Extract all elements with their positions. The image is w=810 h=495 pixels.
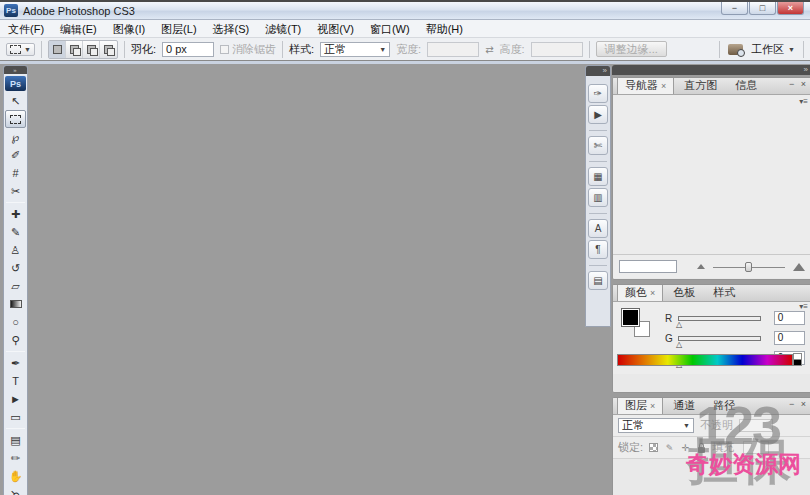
tab-layers[interactable]: 图层× bbox=[617, 397, 663, 414]
title-bar[interactable]: Ps Adobe Photoshop CS3 − □ × bbox=[0, 2, 810, 20]
brushes-panel-icon[interactable]: ✑ bbox=[588, 84, 608, 103]
history-brush-tool[interactable]: ↺ bbox=[5, 259, 26, 277]
height-input[interactable] bbox=[531, 42, 583, 57]
antialias-checkbox[interactable] bbox=[220, 45, 229, 54]
actions-panel-icon[interactable]: ▥ bbox=[588, 188, 608, 207]
menu-view[interactable]: 视图(V) bbox=[309, 20, 362, 38]
dodge-tool[interactable]: ⚲ bbox=[5, 331, 26, 349]
channel-value-input[interactable]: 0 bbox=[774, 311, 805, 325]
zoom-slider-thumb[interactable] bbox=[745, 262, 752, 272]
refine-edge-button[interactable]: 调整边缘... bbox=[596, 41, 667, 57]
menu-select[interactable]: 选择(S) bbox=[205, 20, 258, 38]
animation-panel-icon[interactable]: ▦ bbox=[588, 167, 608, 186]
styles-panel-icon[interactable]: ✄ bbox=[588, 136, 608, 155]
color-spectrum-ramp[interactable] bbox=[617, 354, 793, 366]
tool-icon: ► bbox=[10, 393, 21, 405]
feather-input[interactable]: 0 px bbox=[162, 42, 214, 57]
menu-window[interactable]: 窗口(W) bbox=[362, 20, 418, 38]
window-title: Adobe Photoshop CS3 bbox=[23, 5, 135, 17]
eraser-tool[interactable]: ▱ bbox=[5, 277, 26, 295]
menu-help[interactable]: 帮助(H) bbox=[418, 20, 471, 38]
move-tool[interactable]: ↖ bbox=[5, 92, 26, 110]
opacity-input[interactable] bbox=[739, 419, 773, 432]
panel-window-controls[interactable]: − × bbox=[789, 79, 808, 89]
rectangle-tool[interactable]: ▭ bbox=[5, 408, 26, 426]
tab-paths[interactable]: 路径 bbox=[705, 397, 743, 414]
chevron-down-icon: ▼ bbox=[379, 46, 386, 53]
dock-collapse-header[interactable]: » bbox=[612, 65, 810, 75]
tab-close-icon[interactable]: × bbox=[650, 401, 655, 411]
channel-value-input[interactable]: 0 bbox=[774, 331, 805, 345]
swap-dimensions-icon[interactable]: ⇄ bbox=[485, 44, 493, 55]
minimize-button[interactable]: − bbox=[721, 2, 748, 15]
toolbar-collapse-header[interactable]: » bbox=[4, 66, 27, 74]
menu-filter[interactable]: 滤镜(T) bbox=[257, 20, 309, 38]
type-tool[interactable]: T bbox=[5, 372, 26, 390]
lock-transparency-icon[interactable] bbox=[648, 442, 659, 453]
panel-menu-icon[interactable]: ▾≡ bbox=[799, 97, 808, 106]
blur-tool[interactable]: ○ bbox=[5, 313, 26, 331]
blend-mode-select[interactable]: 正常 ▼ bbox=[618, 418, 694, 433]
menu-layer[interactable]: 图层(L) bbox=[153, 20, 204, 38]
tab-swatches[interactable]: 色板 bbox=[665, 284, 703, 301]
panel-menu-icon[interactable]: ▾≡ bbox=[799, 302, 808, 311]
add-to-selection-button[interactable] bbox=[66, 41, 83, 58]
menu-edit[interactable]: 编辑(E) bbox=[52, 20, 105, 38]
lock-all-icon[interactable] bbox=[696, 442, 707, 453]
lock-image-icon[interactable]: ✎ bbox=[664, 442, 675, 453]
panel-window-controls[interactable]: − × bbox=[789, 399, 808, 409]
panel-icon: ¶ bbox=[595, 244, 600, 255]
tool-preset-picker[interactable]: ▼ bbox=[6, 43, 35, 56]
crop-tool[interactable]: # bbox=[5, 164, 26, 182]
zoom-out-icon[interactable] bbox=[697, 264, 705, 269]
close-button[interactable]: × bbox=[777, 2, 804, 15]
tab-styles[interactable]: 样式 bbox=[705, 284, 743, 301]
clone-source-panel-icon[interactable]: ▶ bbox=[588, 105, 608, 124]
go-to-bridge-icon[interactable] bbox=[728, 44, 743, 55]
fill-input[interactable] bbox=[743, 441, 769, 454]
tab-close-icon[interactable]: × bbox=[650, 288, 655, 298]
path-selection-tool[interactable]: ► bbox=[5, 390, 26, 408]
lasso-tool[interactable]: ℘ bbox=[5, 128, 26, 146]
menu-file[interactable]: 文件(F) bbox=[0, 20, 52, 38]
brush-tool[interactable]: ✎ bbox=[5, 223, 26, 241]
subtract-from-selection-button[interactable] bbox=[83, 41, 100, 58]
foreground-color-swatch[interactable] bbox=[621, 308, 640, 327]
menu-image[interactable]: 图像(I) bbox=[105, 20, 153, 38]
eyedropper-tool[interactable]: ✏ bbox=[5, 449, 26, 467]
tab-histogram[interactable]: 直方图 bbox=[676, 77, 725, 94]
pen-tool[interactable]: ✒ bbox=[5, 354, 26, 372]
tab-info[interactable]: 信息 bbox=[727, 77, 765, 94]
width-input[interactable] bbox=[427, 42, 479, 57]
paragraph-panel-icon[interactable]: ¶ bbox=[588, 240, 608, 259]
layer-comps-panel-icon[interactable]: ▤ bbox=[588, 271, 608, 290]
navigator-zoom-slider[interactable] bbox=[713, 262, 785, 272]
gradient-tool[interactable] bbox=[5, 295, 26, 313]
black-swatch[interactable] bbox=[793, 359, 802, 366]
style-select[interactable]: 正常 ▼ bbox=[320, 42, 390, 57]
channel-slider-track[interactable]: △ bbox=[678, 316, 761, 321]
tab-channels[interactable]: 通道 bbox=[665, 397, 703, 414]
intersect-selection-button[interactable] bbox=[100, 41, 117, 58]
healing-brush-tool[interactable]: ✚ bbox=[5, 205, 26, 223]
hand-tool[interactable]: ✋ bbox=[5, 467, 26, 485]
lock-position-icon[interactable]: ✛ bbox=[680, 442, 691, 453]
tab-navigator[interactable]: 导航器× bbox=[617, 77, 674, 94]
character-panel-icon[interactable]: A bbox=[588, 219, 608, 238]
channel-slider-track[interactable]: △ bbox=[678, 336, 761, 341]
maximize-button[interactable]: □ bbox=[749, 2, 776, 15]
zoom-tool[interactable]: ⚲ bbox=[5, 485, 26, 495]
workspace-menu[interactable]: 工作区 ▼ bbox=[751, 42, 795, 57]
quick-selection-tool[interactable]: ✐ bbox=[5, 146, 26, 164]
tab-color[interactable]: 颜色× bbox=[617, 284, 663, 301]
chevron-down-icon: ▼ bbox=[24, 46, 31, 53]
zoom-in-icon[interactable] bbox=[793, 263, 805, 271]
navigator-zoom-input[interactable] bbox=[619, 260, 677, 273]
new-selection-button[interactable] bbox=[49, 41, 66, 58]
notes-tool[interactable]: ▤ bbox=[5, 431, 26, 449]
clone-stamp-tool[interactable]: ♙ bbox=[5, 241, 26, 259]
rectangular-marquee-tool[interactable] bbox=[5, 110, 26, 128]
tab-close-icon[interactable]: × bbox=[661, 81, 666, 91]
slice-tool[interactable]: ✂ bbox=[5, 182, 26, 200]
dock-collapse-header[interactable]: » bbox=[586, 66, 610, 76]
